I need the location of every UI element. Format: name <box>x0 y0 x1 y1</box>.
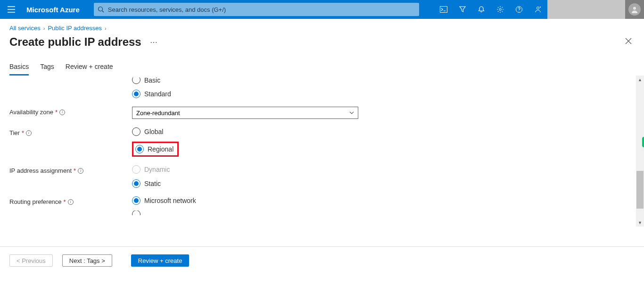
chevron-down-icon <box>349 111 354 114</box>
svg-line-1 <box>102 11 104 13</box>
dropdown-availability-zone[interactable]: Zone-redundant <box>132 107 358 119</box>
notifications-icon[interactable] <box>472 0 491 19</box>
radio-tier-regional-label: Regional <box>148 145 173 153</box>
chevron-right-icon: › <box>43 25 45 31</box>
tab-basics[interactable]: Basics <box>9 63 29 76</box>
previous-button: < Previous <box>9 254 53 267</box>
label-routing-preference: Routing preference * i <box>9 196 132 205</box>
hamburger-menu-icon[interactable] <box>0 6 23 13</box>
dropdown-availability-zone-value: Zone-redundant <box>136 110 180 117</box>
form-scroll-area: Basic Standard Availability zone * i Zon… <box>9 76 635 227</box>
label-ip-assignment: IP address assignment * i <box>9 165 132 174</box>
radio-routing-internet[interactable] <box>132 211 358 215</box>
top-bar: Microsoft Azure <box>0 0 644 19</box>
radio-tier-global-label: Global <box>144 128 163 135</box>
tab-review[interactable]: Review + create <box>66 63 113 76</box>
directory-filter-icon[interactable] <box>453 0 472 19</box>
avatar-icon <box>628 3 641 16</box>
scroll-thumb[interactable] <box>636 171 644 209</box>
radio-ip-static-label: Static <box>144 180 161 187</box>
radio-tier-regional[interactable]: Regional <box>135 145 173 153</box>
avatar[interactable] <box>625 0 644 19</box>
settings-gear-icon[interactable] <box>491 0 510 19</box>
side-tab-nub[interactable] <box>642 137 644 147</box>
info-icon[interactable]: i <box>78 168 83 174</box>
info-icon[interactable]: i <box>68 199 74 205</box>
page-title: Create public IP address <box>9 35 141 49</box>
cloud-shell-icon[interactable] <box>434 0 453 19</box>
account-block[interactable] <box>547 0 625 19</box>
label-availability-zone: Availability zone * i <box>9 107 132 116</box>
breadcrumb-public-ip[interactable]: Public IP addresses <box>48 25 102 32</box>
help-icon[interactable] <box>510 0 528 19</box>
close-icon[interactable] <box>625 38 632 46</box>
svg-point-5 <box>537 7 539 9</box>
svg-point-3 <box>499 8 501 10</box>
scroll-down-arrow-icon[interactable]: ▼ <box>636 219 644 227</box>
title-row: Create public IP address ⋯ <box>0 33 644 49</box>
vertical-scrollbar[interactable]: ▲ ▼ <box>636 76 644 227</box>
topbar-icons <box>434 0 547 19</box>
radio-tier-global[interactable]: Global <box>132 127 358 136</box>
tab-tags[interactable]: Tags <box>40 63 54 76</box>
scroll-up-arrow-icon[interactable]: ▲ <box>636 76 644 84</box>
feedback-icon[interactable] <box>528 0 547 19</box>
highlight-tier-regional: Regional <box>132 142 179 157</box>
svg-point-0 <box>98 7 102 11</box>
more-actions-icon[interactable]: ⋯ <box>150 38 158 47</box>
radio-ip-dynamic: Dynamic <box>132 165 358 174</box>
radio-sku-basic[interactable]: Basic <box>132 77 358 84</box>
radio-ip-static[interactable]: Static <box>132 179 358 188</box>
label-tier: Tier * i <box>9 127 132 136</box>
form-container: Basic Standard Availability zone * i Zon… <box>0 76 644 227</box>
review-create-button[interactable]: Review + create <box>131 254 190 267</box>
svg-rect-2 <box>440 7 447 13</box>
radio-sku-standard-label: Standard <box>144 90 171 98</box>
tabs: Basics Tags Review + create <box>0 49 644 76</box>
radio-ip-dynamic-label: Dynamic <box>144 166 170 173</box>
next-button[interactable]: Next : Tags > <box>62 254 112 267</box>
search-box[interactable] <box>94 3 419 16</box>
radio-sku-basic-label: Basic <box>144 77 160 84</box>
chevron-right-icon: › <box>105 25 107 31</box>
svg-point-6 <box>633 7 636 10</box>
brand-label[interactable]: Microsoft Azure <box>23 6 88 14</box>
radio-routing-msnetwork[interactable]: Microsoft network <box>132 196 358 205</box>
footer: < Previous Next : Tags > Review + create <box>0 247 644 274</box>
radio-routing-msnetwork-label: Microsoft network <box>144 197 196 204</box>
info-icon[interactable]: i <box>26 130 32 136</box>
search-icon <box>98 6 104 13</box>
search-input[interactable] <box>104 3 415 16</box>
scroll-track[interactable] <box>636 84 644 219</box>
breadcrumb: All services › Public IP addresses › <box>0 19 644 33</box>
radio-sku-standard[interactable]: Standard <box>132 90 358 98</box>
breadcrumb-all-services[interactable]: All services <box>9 25 41 32</box>
info-icon[interactable]: i <box>59 110 65 115</box>
